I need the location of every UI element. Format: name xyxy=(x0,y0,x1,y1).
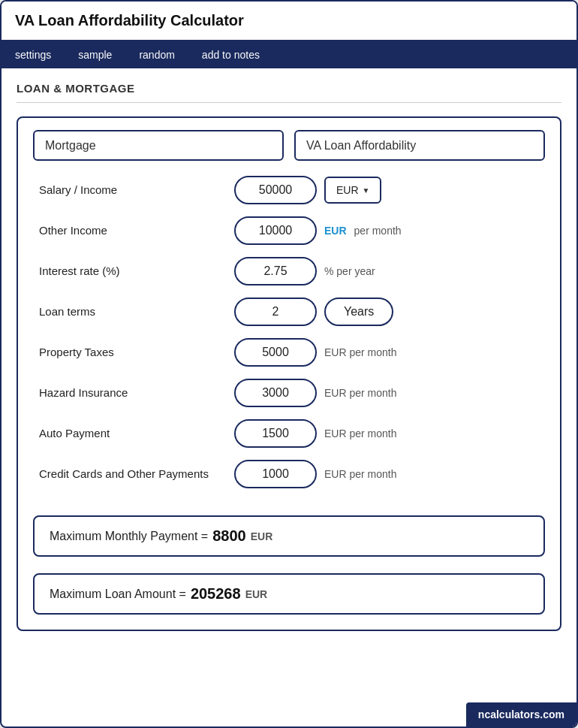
section-header: LOAN & MORTGAGE xyxy=(17,82,561,103)
other-income-input-group: EUR per month xyxy=(234,216,539,245)
hazard-insurance-input-group: EUR per month xyxy=(234,379,539,407)
years-button[interactable]: Years xyxy=(324,298,393,326)
page-title: VA Loan Affordability Calculator xyxy=(15,12,563,29)
property-taxes-input-group: EUR per month xyxy=(234,338,539,367)
other-income-unit-after: per month xyxy=(354,225,402,237)
property-taxes-label: Property Taxes xyxy=(39,345,234,360)
calculator-panel: Mortgage VA Loan Affordability Salary / … xyxy=(17,116,561,631)
salary-income-row: Salary / Income EUR ▼ xyxy=(33,176,545,204)
salary-income-input-group: EUR ▼ xyxy=(234,176,539,204)
loan-terms-input[interactable] xyxy=(234,298,317,326)
currency-dropdown-btn[interactable]: EUR ▼ xyxy=(324,177,381,204)
loan-terms-input-group: Years xyxy=(234,298,539,326)
auto-payment-input-group: EUR per month xyxy=(234,419,539,448)
interest-rate-label: Interest rate (%) xyxy=(39,264,234,279)
loan-terms-label: Loan terms xyxy=(39,304,234,319)
sample-btn[interactable]: sample xyxy=(65,41,125,68)
salary-income-input[interactable] xyxy=(234,176,317,204)
property-taxes-unit: EUR per month xyxy=(324,346,396,358)
hazard-insurance-row: Hazard Insurance EUR per month xyxy=(33,379,545,407)
interest-rate-input[interactable] xyxy=(234,257,317,285)
credit-cards-unit: EUR per month xyxy=(324,468,396,480)
interest-rate-unit: % per year xyxy=(324,265,375,277)
credit-cards-input[interactable] xyxy=(234,460,317,488)
max-loan-amount-currency: EUR xyxy=(245,588,268,600)
max-loan-amount-box: Maximum Loan Amount = 205268 EUR xyxy=(33,573,545,615)
max-loan-amount-value: 205268 xyxy=(191,585,241,603)
footer-brand: ncalculators.com xyxy=(466,702,576,726)
mortgage-select[interactable]: Mortgage xyxy=(33,130,284,161)
title-bar: VA Loan Affordability Calculator xyxy=(2,2,576,41)
other-income-unit-before: EUR xyxy=(324,225,347,237)
main-content: LOAN & MORTGAGE Mortgage VA Loan Afforda… xyxy=(2,68,576,706)
currency-label: EUR xyxy=(336,184,359,196)
auto-payment-unit: EUR per month xyxy=(324,427,396,440)
add-to-notes-btn[interactable]: add to notes xyxy=(188,41,273,68)
max-monthly-payment-label: Maximum Monthly Payment = xyxy=(50,530,208,543)
hazard-insurance-input[interactable] xyxy=(234,379,317,407)
property-taxes-row: Property Taxes EUR per month xyxy=(33,338,545,367)
chevron-down-icon: ▼ xyxy=(363,186,370,195)
toolbar: settings sample random add to notes xyxy=(2,41,576,68)
auto-payment-input[interactable] xyxy=(234,419,317,448)
interest-rate-row: Interest rate (%) % per year xyxy=(33,257,545,285)
loan-terms-row: Loan terms Years xyxy=(33,298,545,326)
max-loan-amount-label: Maximum Loan Amount = xyxy=(50,588,186,601)
other-income-input[interactable] xyxy=(234,216,317,245)
loan-type-select[interactable]: VA Loan Affordability xyxy=(294,130,545,161)
credit-cards-label: Credit Cards and Other Payments xyxy=(39,467,234,482)
other-income-label: Other Income xyxy=(39,223,234,238)
hazard-insurance-unit: EUR per month xyxy=(324,387,396,399)
results-section: Maximum Monthly Payment = 8800 EUR Maxim… xyxy=(33,506,545,615)
auto-payment-label: Auto Payment xyxy=(39,426,234,441)
random-btn[interactable]: random xyxy=(125,41,188,68)
calc-header: Mortgage VA Loan Affordability xyxy=(33,130,545,161)
auto-payment-row: Auto Payment EUR per month xyxy=(33,419,545,448)
property-taxes-input[interactable] xyxy=(234,338,317,367)
interest-rate-input-group: % per year xyxy=(234,257,539,285)
settings-btn[interactable]: settings xyxy=(2,41,65,68)
credit-cards-input-group: EUR per month xyxy=(234,460,539,488)
credit-cards-row: Credit Cards and Other Payments EUR per … xyxy=(33,460,545,488)
calculator-container: VA Loan Affordability Calculator setting… xyxy=(0,0,578,728)
max-monthly-payment-value: 8800 xyxy=(212,527,246,545)
hazard-insurance-label: Hazard Insurance xyxy=(39,385,234,400)
max-monthly-payment-box: Maximum Monthly Payment = 8800 EUR xyxy=(33,515,545,557)
max-monthly-payment-currency: EUR xyxy=(251,530,273,542)
other-income-row: Other Income EUR per month xyxy=(33,216,545,245)
salary-income-label: Salary / Income xyxy=(39,183,234,198)
